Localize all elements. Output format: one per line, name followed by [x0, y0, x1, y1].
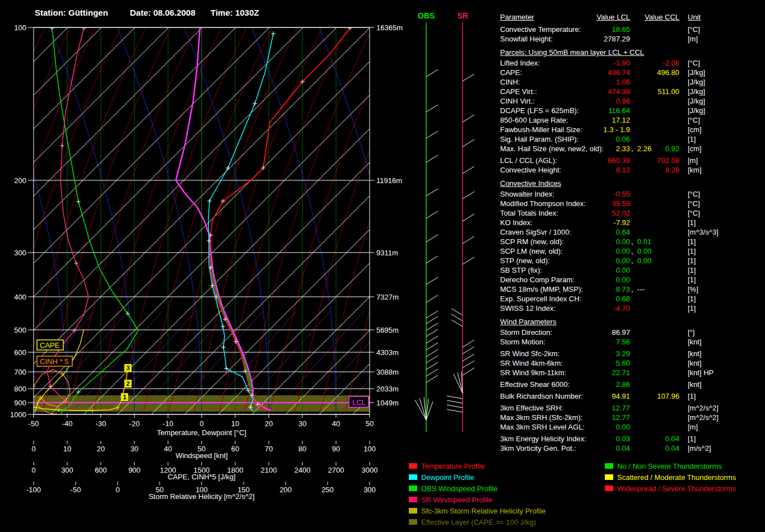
table-row-value-lcl: 0.00 [566, 247, 630, 255]
table-row-label: SR Wind Sfc-2km: [500, 349, 559, 358]
table-row-label: CINH: [500, 78, 520, 86]
table-row-value-lcl: 39.59 [566, 199, 630, 208]
table-row-label: LCL / CCL (AGL): [500, 156, 557, 165]
table-row-value-lcl: -4.70 [566, 304, 630, 312]
table-row-label: Storm Direction: [500, 328, 552, 337]
table-row-label: Derecho Comp Param: [500, 276, 575, 284]
table-row-unit: [J/kg] [688, 78, 705, 86]
table-row-label: CAPE: [500, 68, 522, 77]
table-row-label: CINH Virt.: [500, 97, 535, 105]
table-row-value-ccl: 0.04 [637, 444, 679, 452]
table-row-unit: [1] [688, 276, 696, 284]
table-row-value-lcl: 8.12 [566, 166, 630, 174]
table-row-value-lcl: 8.73 [566, 285, 630, 293]
table-row-unit: [%] [688, 285, 698, 293]
table-row-value-ccl: 702.08 [637, 156, 679, 165]
table-row-value-lcl: 52.02 [566, 209, 630, 217]
table-row-label: SR Wind 4km-6km: [500, 359, 563, 367]
table-row-unit: [1] [688, 266, 696, 274]
table-row-value-lcl: 94.91 [566, 392, 630, 400]
table-row-label: KO Index: [500, 218, 533, 227]
table-row-unit: [°C] [688, 199, 700, 208]
legend-label: OBS Windspeed Profile [421, 484, 498, 493]
table-row-unit: [cm] [688, 144, 702, 153]
table-row-value-lcl: 1.3 - 1.9 [566, 125, 630, 134]
table-row-unit: [1] [688, 304, 696, 312]
table-row-unit: [knt] [688, 380, 702, 389]
table-row-value-lcl: 0.68 [566, 295, 630, 303]
table-row-value-ccl: 0.92 [637, 144, 679, 153]
table-row-value-lcl: 0.03 [566, 435, 630, 443]
legend-swatch [409, 519, 417, 525]
table-row-value-lcl: 474.38 [566, 87, 630, 96]
legend-swatch [409, 463, 417, 469]
sounding-app: Station: Güttingen Date: 08.06.2008 Time… [0, 0, 765, 532]
table-row-value-lcl: -0.55 [566, 190, 630, 198]
table-row-value-ccl: 511.00 [637, 87, 679, 96]
table-row-unit: [°C] [688, 190, 700, 198]
table-row-label: SWISS 12 Index: [500, 304, 556, 312]
table-row-value-lcl: 2.86 [566, 380, 630, 389]
legend-label: SR Windspeed Profile [421, 496, 492, 504]
table-row-unit: [J/kg] [688, 97, 705, 105]
table-row-unit: [m/s^2] [688, 444, 711, 452]
table-row-label: Showalter Index: [500, 190, 554, 198]
table-row-label: CAPE Virt.: [500, 87, 537, 96]
table-row-value-extra: , 0.01 [631, 237, 651, 246]
table-row-value-lcl: 0.64 [566, 228, 630, 236]
table-row-unit: [knt] [688, 338, 702, 346]
table-row-unit: [1] [688, 135, 696, 143]
legend-swatch [409, 497, 417, 502]
table-row-unit: [m^3/s^3] [688, 228, 719, 236]
table-row-value-ccl: 107.96 [637, 392, 679, 400]
table-row-value-lcl: -7.92 [566, 218, 630, 227]
legend-swatch [605, 463, 613, 469]
table-row-value-ccl: 0.04 [637, 435, 679, 443]
table-row-label: SR Wind 9km-11km: [500, 368, 566, 377]
table-row-value-lcl: 116.64 [566, 106, 630, 115]
table-row-unit: [cm] [688, 125, 702, 134]
table-row-label: STP (new, old): [500, 256, 550, 265]
table-row-unit: [J/kg] [688, 87, 705, 96]
table-row-value-lcl: 0.00 [566, 237, 630, 246]
table-row-value-lcl: 2.33 [566, 144, 630, 153]
table-row-value-lcl: 22.71 [566, 368, 630, 377]
table-row-label: Storm Motion: [500, 338, 545, 346]
table-row-label: 850-600 Lapse Rate: [500, 116, 568, 124]
legend-swatch [605, 486, 613, 491]
col-header-unit: Unit [688, 13, 701, 21]
table-row-label: SB STP (fix): [500, 266, 542, 274]
table-row-label: Total Totals Index: [500, 209, 558, 217]
table-row-label: 3km Effective SRH: [500, 404, 563, 412]
col-header-value-ccl: Value CCL [637, 13, 679, 21]
table-row-value-lcl: 17.12 [566, 116, 630, 124]
table-row-value-lcl: 0.00 [566, 256, 630, 265]
table-row-unit: [1] [688, 295, 696, 303]
table-row-value-lcl: 1.06 [566, 78, 630, 86]
legend-label: Temperature Profile [421, 462, 484, 470]
table-row-value-lcl: 0.00 [566, 266, 630, 274]
table-row-unit: [knt] [688, 349, 702, 358]
table-row-label: Craven SigSvr / 1000: [500, 228, 571, 236]
table-row-label: Lifted Index: [500, 59, 540, 67]
table-row-value-ccl: -2.08 [637, 59, 679, 67]
legend-label: Effective Layer (CAPE >= 100 J/kg) [421, 518, 536, 526]
table-row-unit: [knt] [688, 359, 702, 367]
table-row-unit: [1] [688, 218, 696, 227]
table-row-value-lcl: 0.96 [566, 97, 630, 105]
table-row-unit: [°] [688, 328, 694, 337]
table-row-unit: [°C] [688, 25, 700, 34]
table-row-value-lcl: 7.56 [566, 338, 630, 346]
table-row-value-lcl: -1.90 [566, 59, 630, 67]
table-row-value-extra: , 0.00 [631, 247, 651, 255]
table-row-value-lcl: 660.38 [566, 156, 630, 165]
table-row-label: Effective Shear 6000: [500, 380, 570, 389]
table-row-value-lcl: 3.29 [566, 349, 630, 358]
legend-label: Scattered / Moderate Thunderstorms [617, 473, 736, 482]
table-row-unit: [m] [688, 423, 698, 431]
table-row-value-lcl: 2787.29 [566, 35, 630, 43]
table-row-unit: [1] [688, 392, 696, 400]
table-row-value-lcl: 12.77 [566, 413, 630, 422]
parameter-table: Parameter Value LCL Value CCL Unit Conve… [0, 0, 765, 532]
table-row-value-extra: , 0.00 [631, 256, 651, 265]
